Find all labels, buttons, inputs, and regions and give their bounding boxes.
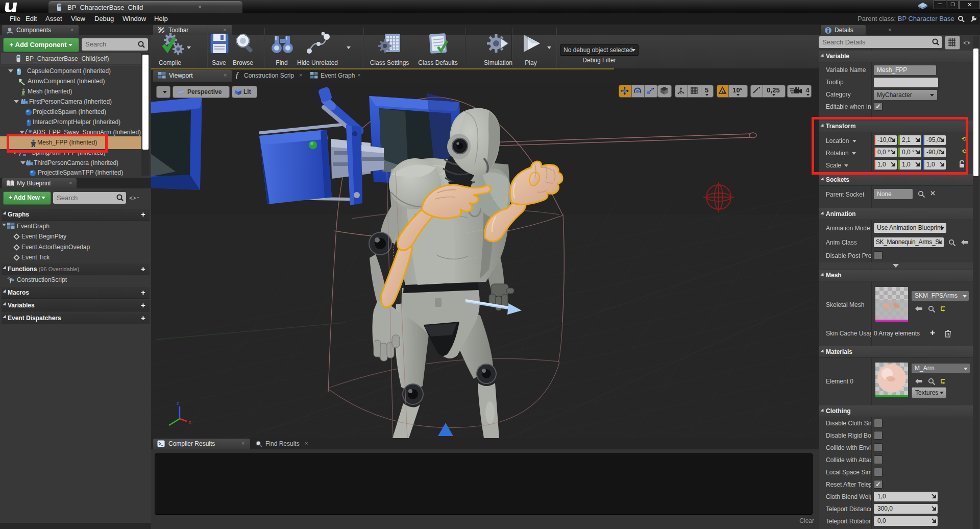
svg-text:x: x (189, 419, 191, 425)
svg-text:z: z (177, 401, 179, 406)
